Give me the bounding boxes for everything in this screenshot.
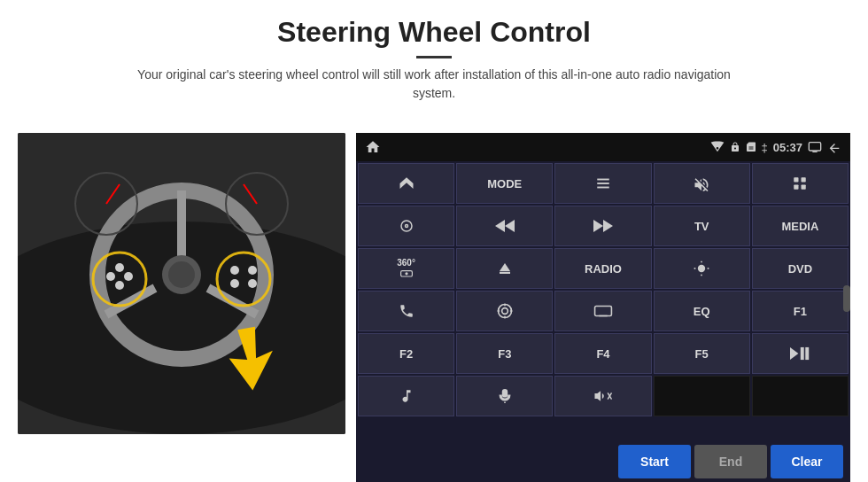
btn-microphone[interactable]: [456, 376, 553, 416]
svg-marker-37: [593, 220, 603, 232]
clear-button[interactable]: Clear: [771, 445, 843, 478]
btn-media[interactable]: MEDIA: [752, 206, 849, 246]
svg-point-14: [230, 266, 239, 275]
svg-point-12: [115, 281, 124, 290]
scrollbar-thumb[interactable]: [843, 285, 850, 312]
header-description: Your original car's steering wheel contr…: [133, 66, 735, 103]
btn-tv[interactable]: TV: [654, 206, 750, 246]
btn-brightness[interactable]: [654, 248, 750, 289]
bottom-actions: Start End Clear: [356, 441, 850, 482]
control-panel: ‡ 05:37: [356, 133, 850, 482]
scrollbar[interactable]: [843, 161, 850, 482]
svg-rect-53: [801, 347, 804, 360]
svg-point-15: [248, 266, 257, 275]
btn-radio[interactable]: RADIO: [554, 248, 651, 289]
lock-icon: [730, 141, 740, 153]
svg-marker-38: [603, 220, 613, 232]
btn-phone[interactable]: [358, 291, 454, 331]
btn-mute[interactable]: [654, 163, 750, 204]
btn-list[interactable]: [554, 163, 651, 204]
btn-empty-1: [654, 376, 750, 416]
svg-point-7: [168, 261, 195, 288]
btn-f1[interactable]: F1: [752, 291, 849, 331]
wifi-icon: [710, 141, 725, 153]
svg-point-10: [106, 272, 115, 281]
btn-camera[interactable]: [358, 206, 454, 246]
svg-point-48: [498, 305, 511, 318]
sim-icon: [746, 141, 756, 153]
svg-point-17: [248, 279, 257, 288]
btn-navigation-circle[interactable]: [456, 291, 553, 331]
button-grid: MODE: [356, 161, 850, 418]
content-area: ‡ 05:37: [18, 133, 850, 482]
bluetooth-icon: ‡: [762, 141, 768, 154]
svg-point-34: [406, 225, 407, 227]
svg-point-40: [405, 272, 407, 275]
svg-point-9: [115, 263, 124, 272]
btn-next[interactable]: [554, 206, 651, 246]
svg-rect-50: [595, 307, 612, 316]
btn-volume-phone[interactable]: [554, 376, 651, 416]
svg-marker-35: [505, 220, 515, 232]
svg-rect-31: [802, 185, 806, 190]
btn-f2[interactable]: F2: [358, 333, 454, 374]
svg-rect-55: [502, 389, 508, 398]
btn-empty-2: [752, 376, 849, 416]
status-left: [365, 139, 381, 155]
btn-prev[interactable]: [456, 206, 553, 246]
svg-rect-28: [794, 177, 799, 182]
page-title: Steering Wheel Control: [53, 16, 815, 49]
status-right: ‡ 05:37: [710, 141, 841, 154]
screen-icon: [808, 142, 822, 152]
svg-rect-42: [500, 272, 510, 274]
svg-rect-30: [794, 185, 799, 190]
svg-point-49: [501, 308, 508, 315]
header-section: Steering Wheel Control Your original car…: [0, 0, 868, 112]
btn-music[interactable]: [358, 376, 454, 416]
svg-point-11: [124, 272, 133, 281]
svg-point-16: [230, 279, 239, 288]
svg-point-43: [698, 265, 705, 272]
btn-eq[interactable]: EQ: [654, 291, 750, 331]
svg-marker-41: [500, 263, 510, 271]
btn-mode[interactable]: MODE: [456, 163, 553, 204]
svg-marker-36: [495, 220, 505, 232]
btn-screen-mirror[interactable]: [554, 291, 651, 331]
status-time: 05:37: [773, 141, 802, 154]
btn-f4[interactable]: F4: [554, 333, 651, 374]
title-divider: [416, 56, 452, 58]
svg-rect-54: [806, 347, 810, 360]
btn-navigate[interactable]: [358, 163, 454, 204]
car-image-section: [18, 133, 345, 434]
btn-eject[interactable]: [456, 248, 553, 289]
page-wrapper: Steering Wheel Control Your original car…: [0, 0, 868, 482]
svg-rect-29: [802, 177, 806, 182]
btn-f5[interactable]: F5: [654, 333, 750, 374]
home-icon: [365, 139, 381, 155]
btn-f3[interactable]: F3: [456, 333, 553, 374]
back-icon: [827, 141, 841, 153]
btn-360[interactable]: 360°: [358, 248, 454, 289]
status-bar: ‡ 05:37: [356, 133, 850, 161]
start-button[interactable]: Start: [618, 445, 691, 478]
btn-apps[interactable]: [752, 163, 849, 204]
end-button[interactable]: End: [694, 445, 767, 478]
svg-rect-23: [809, 143, 820, 151]
btn-play-pause[interactable]: [752, 333, 849, 374]
car-image-bg: [18, 133, 345, 434]
svg-marker-52: [790, 347, 798, 360]
btn-dvd[interactable]: DVD: [752, 248, 849, 289]
